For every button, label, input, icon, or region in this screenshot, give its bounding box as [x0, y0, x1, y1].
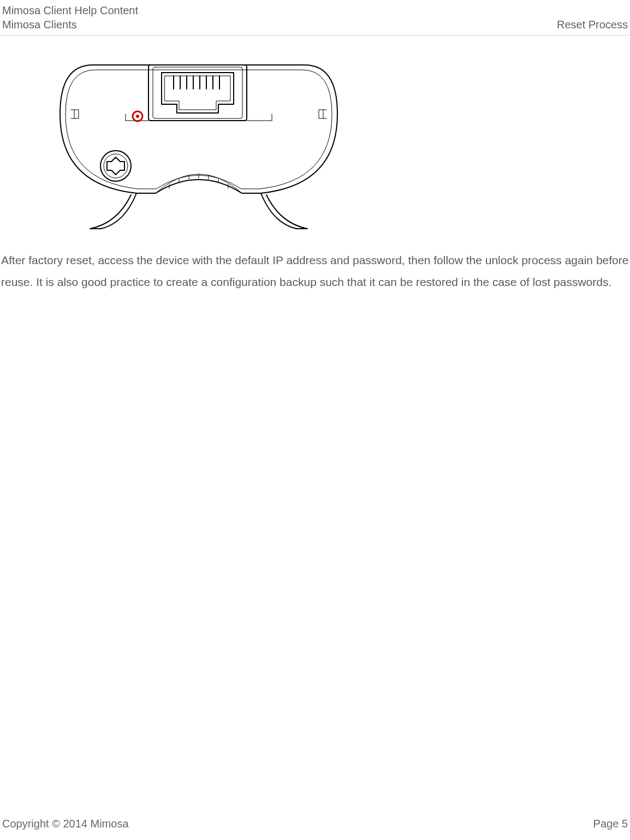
page-header: Mimosa Client Help Content Mimosa Client…	[0, 0, 630, 35]
footer-page-label: Page 5	[593, 818, 628, 830]
svg-rect-7	[148, 65, 247, 121]
body-paragraph: After factory reset, access the device w…	[0, 249, 630, 293]
header-right-label: Reset Process	[557, 17, 628, 32]
svg-rect-8	[153, 67, 242, 118]
page-footer: Copyright © 2014 Mimosa Page 5	[0, 818, 630, 830]
footer-copyright: Copyright © 2014 Mimosa	[2, 818, 129, 830]
device-diagram	[55, 59, 343, 234]
svg-point-25	[136, 115, 139, 118]
header-title-line2: Mimosa Clients	[2, 17, 77, 32]
svg-point-22	[100, 151, 131, 181]
header-title-line1: Mimosa Client Help Content	[2, 3, 138, 17]
